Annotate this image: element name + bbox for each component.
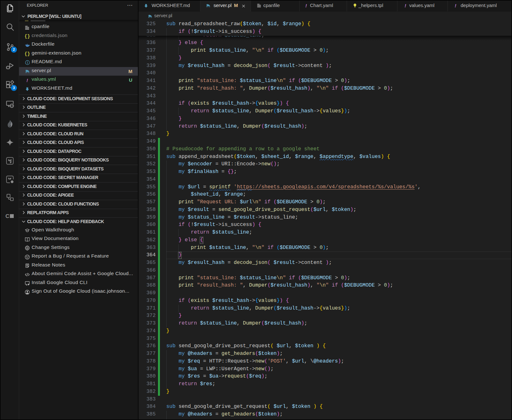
svg-text:C: C xyxy=(5,213,9,219)
